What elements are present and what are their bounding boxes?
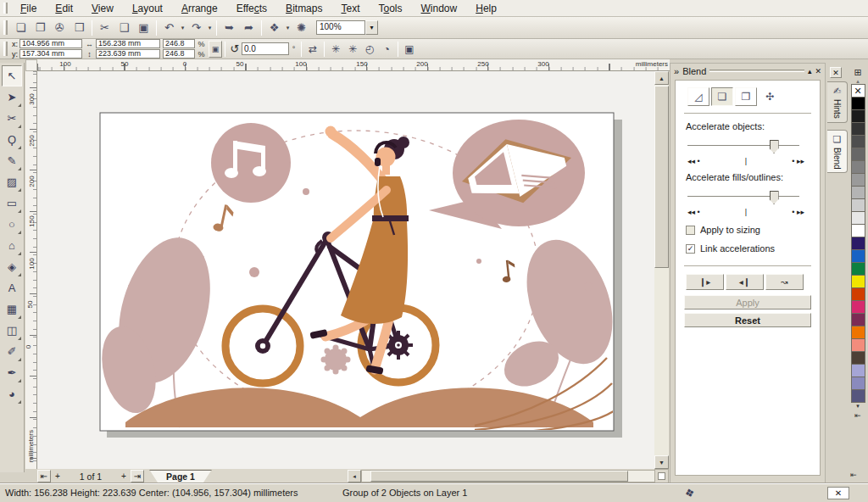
slider-handle[interactable] [770, 140, 779, 153]
ellipse-tool[interactable]: ○ [2, 214, 22, 235]
tab-hints[interactable]: ✍Hints [827, 81, 848, 123]
color-swatch-8a8abd[interactable] [851, 376, 865, 390]
scroll-left-button[interactable]: ◂ [348, 470, 361, 482]
welcome-screen-button[interactable]: ✺ [292, 19, 311, 36]
color-swatch-1b1b1b[interactable] [851, 109, 865, 123]
docker-tabs-close-icon[interactable]: ✕ [830, 67, 842, 78]
slider-handle[interactable] [770, 191, 779, 204]
color-swatch-56567e[interactable] [851, 389, 865, 403]
toolbar-grip[interactable] [3, 3, 8, 14]
shape-tool[interactable]: ➤ [2, 86, 22, 108]
zoom-dropdown-arrow[interactable]: ▾ [365, 20, 378, 35]
color-swatch-343434[interactable] [851, 122, 865, 136]
accelerate-objects-slider[interactable] [687, 140, 808, 152]
x-position-input[interactable]: 104.956 mm [19, 39, 82, 48]
save-button[interactable]: ✇ [50, 19, 70, 36]
smart-fill-tool[interactable]: ▨ [2, 171, 22, 192]
menu-arrange[interactable]: Arrange [172, 1, 227, 16]
last-page-button[interactable]: ⇥ [131, 470, 144, 482]
color-swatch-4d4036[interactable] [851, 351, 865, 365]
mirror-button[interactable]: ⇄ [304, 41, 321, 58]
text-tool[interactable]: A [2, 277, 22, 298]
menu-bitmaps[interactable]: Bitmaps [276, 1, 331, 16]
close-curve-button[interactable]: ◔ [378, 41, 395, 58]
color-swatch-f28c7c[interactable] [851, 338, 865, 352]
cut-button[interactable]: ✂ [95, 19, 114, 36]
palette-expand-icon[interactable]: ⇤ [852, 411, 864, 421]
color-swatch-4e4e4e[interactable] [851, 135, 865, 148]
color-swatch-cdcdcd[interactable] [851, 198, 865, 212]
color-swatch-e7e7e7[interactable] [851, 211, 865, 225]
toolbar-grip[interactable] [3, 20, 8, 36]
convert-to-curves-button[interactable]: ◴ [361, 41, 378, 58]
ruler-origin-corner[interactable] [25, 59, 37, 71]
undo-button[interactable]: ↶ [159, 19, 179, 36]
color-swatch-000000[interactable] [851, 97, 865, 110]
rotation-angle-input[interactable]: 0.0 [242, 42, 289, 55]
menu-text[interactable]: Text [331, 1, 369, 16]
application-launcher-button-dropdown[interactable]: ▾ [284, 25, 292, 31]
vertical-scrollbar[interactable]: ▲ ▼ [654, 71, 669, 469]
vertical-ruler[interactable]: 300250200150100500 millimeters [25, 71, 37, 469]
blend-steps-button[interactable]: ◿ [687, 87, 709, 106]
apply-to-sizing-checkbox[interactable] [686, 226, 695, 235]
blend-tool[interactable]: ◫ [2, 320, 22, 341]
menu-tools[interactable]: Tools [369, 1, 411, 16]
freehand-tool[interactable]: ✎ [2, 150, 22, 171]
import-button[interactable]: ➥ [220, 19, 239, 36]
remove-transformations-button[interactable]: ✳ [327, 41, 344, 58]
menu-view[interactable]: View [82, 1, 123, 16]
copy-button[interactable]: ❑ [114, 19, 134, 36]
color-swatch-818181[interactable] [851, 160, 865, 174]
wrap-text-button[interactable]: ▣ [401, 41, 418, 58]
redo-button-dropdown[interactable]: ▾ [206, 25, 214, 31]
no-color-swatch[interactable]: ✕ [851, 84, 865, 98]
rectangle-tool[interactable]: ▭ [2, 192, 22, 214]
color-swatch-d13d00[interactable] [851, 287, 865, 301]
pick-tool[interactable]: ↖ [2, 65, 22, 86]
toolbar-grip[interactable] [3, 42, 8, 55]
tab-blend[interactable]: ❏Blend [827, 130, 848, 174]
docker-collapse-icon[interactable]: ▴ [808, 67, 812, 75]
palette-menu-icon[interactable]: ⊞ [850, 66, 865, 78]
undo-button-dropdown[interactable]: ▾ [179, 25, 186, 31]
eyedropper-tool[interactable]: ✐ [2, 341, 22, 362]
menu-help[interactable]: Help [466, 1, 506, 16]
docker-footer-icon[interactable]: ⇤ [843, 471, 865, 482]
print-button[interactable]: ❒ [70, 19, 89, 36]
accelerate-fills-slider[interactable] [687, 191, 808, 203]
polygon-tool[interactable]: ⌂ [2, 235, 22, 256]
reset-button[interactable]: Reset [684, 313, 811, 327]
crop-tool[interactable]: ✂ [2, 108, 22, 129]
color-swatch-2b1b67[interactable] [851, 237, 865, 250]
table-tool[interactable]: ▦ [2, 298, 22, 320]
vertical-scroll-thumb[interactable] [654, 86, 669, 268]
menu-layout[interactable]: Layout [123, 1, 172, 16]
apply-button[interactable]: Apply [684, 295, 811, 310]
color-swatch-1762c4[interactable] [851, 249, 865, 263]
outline-pen-tool[interactable]: ✒ [2, 362, 22, 383]
palette-scroll-down-icon[interactable]: ▾ [852, 403, 864, 411]
scale-h-input[interactable]: 246.8 [163, 39, 195, 48]
object-width-input[interactable]: 156.238 mm [96, 39, 160, 48]
lock-ratio-button[interactable]: ▣ [209, 41, 222, 58]
zoom-level-input[interactable]: 100% [316, 20, 365, 35]
first-page-button[interactable]: ⇤ [37, 470, 51, 482]
horizontal-ruler[interactable]: 10050050100150200250300 millimeters [37, 59, 670, 71]
drawing-canvas[interactable] [37, 71, 654, 469]
menu-window[interactable]: Window [412, 1, 467, 16]
menu-file[interactable]: File [11, 1, 46, 16]
horizontal-scrollbar[interactable]: ◂ ▸ [348, 470, 669, 482]
page-tab[interactable]: Page 1 [149, 470, 212, 483]
color-swatch-ffffff[interactable] [851, 224, 865, 237]
blend-end-button[interactable]: ◂❙ [726, 274, 764, 290]
horizontal-scroll-thumb[interactable] [370, 471, 628, 482]
scroll-down-button[interactable]: ▼ [654, 455, 669, 469]
application-launcher-button[interactable]: ❖ [264, 19, 284, 36]
object-height-input[interactable]: 223.639 mm [96, 49, 160, 59]
color-swatch-0d8040[interactable] [851, 262, 865, 276]
zoom-tool[interactable]: Ϙ [2, 129, 22, 150]
color-swatch-676767[interactable] [851, 148, 865, 161]
docker-chevrons-icon[interactable]: » [674, 66, 679, 76]
blend-acceleration-button[interactable]: ❏ [711, 87, 733, 106]
